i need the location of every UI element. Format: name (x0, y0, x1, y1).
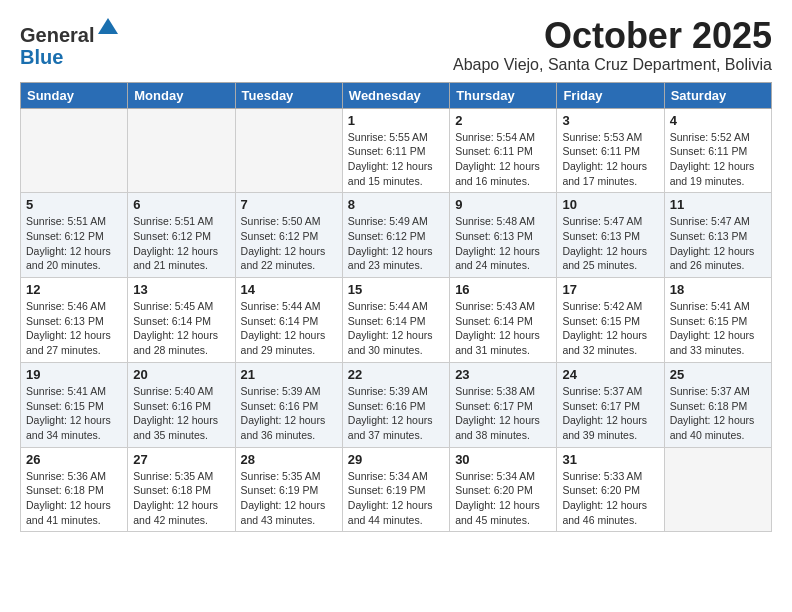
table-row: 24Sunrise: 5:37 AM Sunset: 6:17 PM Dayli… (557, 362, 664, 447)
col-monday: Monday (128, 82, 235, 108)
day-info: Sunrise: 5:51 AM Sunset: 6:12 PM Dayligh… (133, 214, 229, 273)
header: General Blue October 2025 Abapo Viejo, S… (20, 16, 772, 74)
day-info: Sunrise: 5:44 AM Sunset: 6:14 PM Dayligh… (241, 299, 337, 358)
day-number: 25 (670, 367, 766, 382)
table-row: 5Sunrise: 5:51 AM Sunset: 6:12 PM Daylig… (21, 193, 128, 278)
day-info: Sunrise: 5:51 AM Sunset: 6:12 PM Dayligh… (26, 214, 122, 273)
table-row: 17Sunrise: 5:42 AM Sunset: 6:15 PM Dayli… (557, 278, 664, 363)
day-number: 27 (133, 452, 229, 467)
table-row (235, 108, 342, 193)
day-info: Sunrise: 5:35 AM Sunset: 6:19 PM Dayligh… (241, 469, 337, 528)
day-number: 31 (562, 452, 658, 467)
day-info: Sunrise: 5:44 AM Sunset: 6:14 PM Dayligh… (348, 299, 444, 358)
logo-general: General Blue (20, 24, 120, 68)
table-row: 21Sunrise: 5:39 AM Sunset: 6:16 PM Dayli… (235, 362, 342, 447)
table-row (21, 108, 128, 193)
day-info: Sunrise: 5:47 AM Sunset: 6:13 PM Dayligh… (562, 214, 658, 273)
day-info: Sunrise: 5:54 AM Sunset: 6:11 PM Dayligh… (455, 130, 551, 189)
table-row (128, 108, 235, 193)
day-info: Sunrise: 5:37 AM Sunset: 6:17 PM Dayligh… (562, 384, 658, 443)
location-title: Abapo Viejo, Santa Cruz Department, Boli… (453, 56, 772, 74)
table-row: 30Sunrise: 5:34 AM Sunset: 6:20 PM Dayli… (450, 447, 557, 532)
calendar-header-row: Sunday Monday Tuesday Wednesday Thursday… (21, 82, 772, 108)
table-row: 28Sunrise: 5:35 AM Sunset: 6:19 PM Dayli… (235, 447, 342, 532)
day-number: 14 (241, 282, 337, 297)
day-number: 28 (241, 452, 337, 467)
day-info: Sunrise: 5:33 AM Sunset: 6:20 PM Dayligh… (562, 469, 658, 528)
day-info: Sunrise: 5:39 AM Sunset: 6:16 PM Dayligh… (348, 384, 444, 443)
day-number: 10 (562, 197, 658, 212)
table-row: 22Sunrise: 5:39 AM Sunset: 6:16 PM Dayli… (342, 362, 449, 447)
day-info: Sunrise: 5:39 AM Sunset: 6:16 PM Dayligh… (241, 384, 337, 443)
day-number: 26 (26, 452, 122, 467)
day-info: Sunrise: 5:52 AM Sunset: 6:11 PM Dayligh… (670, 130, 766, 189)
calendar-row: 26Sunrise: 5:36 AM Sunset: 6:18 PM Dayli… (21, 447, 772, 532)
calendar-row: 5Sunrise: 5:51 AM Sunset: 6:12 PM Daylig… (21, 193, 772, 278)
day-info: Sunrise: 5:45 AM Sunset: 6:14 PM Dayligh… (133, 299, 229, 358)
day-info: Sunrise: 5:46 AM Sunset: 6:13 PM Dayligh… (26, 299, 122, 358)
day-number: 22 (348, 367, 444, 382)
day-info: Sunrise: 5:37 AM Sunset: 6:18 PM Dayligh… (670, 384, 766, 443)
calendar-row: 12Sunrise: 5:46 AM Sunset: 6:13 PM Dayli… (21, 278, 772, 363)
day-number: 21 (241, 367, 337, 382)
day-number: 2 (455, 113, 551, 128)
table-row: 9Sunrise: 5:48 AM Sunset: 6:13 PM Daylig… (450, 193, 557, 278)
day-info: Sunrise: 5:49 AM Sunset: 6:12 PM Dayligh… (348, 214, 444, 273)
table-row: 15Sunrise: 5:44 AM Sunset: 6:14 PM Dayli… (342, 278, 449, 363)
table-row: 1Sunrise: 5:55 AM Sunset: 6:11 PM Daylig… (342, 108, 449, 193)
table-row: 16Sunrise: 5:43 AM Sunset: 6:14 PM Dayli… (450, 278, 557, 363)
day-info: Sunrise: 5:50 AM Sunset: 6:12 PM Dayligh… (241, 214, 337, 273)
page: General Blue October 2025 Abapo Viejo, S… (0, 0, 792, 548)
table-row: 27Sunrise: 5:35 AM Sunset: 6:18 PM Dayli… (128, 447, 235, 532)
calendar-table: Sunday Monday Tuesday Wednesday Thursday… (20, 82, 772, 533)
day-info: Sunrise: 5:35 AM Sunset: 6:18 PM Dayligh… (133, 469, 229, 528)
day-number: 13 (133, 282, 229, 297)
table-row: 7Sunrise: 5:50 AM Sunset: 6:12 PM Daylig… (235, 193, 342, 278)
svg-marker-0 (98, 18, 118, 34)
col-friday: Friday (557, 82, 664, 108)
table-row: 2Sunrise: 5:54 AM Sunset: 6:11 PM Daylig… (450, 108, 557, 193)
table-row: 23Sunrise: 5:38 AM Sunset: 6:17 PM Dayli… (450, 362, 557, 447)
day-number: 29 (348, 452, 444, 467)
day-info: Sunrise: 5:48 AM Sunset: 6:13 PM Dayligh… (455, 214, 551, 273)
day-info: Sunrise: 5:41 AM Sunset: 6:15 PM Dayligh… (670, 299, 766, 358)
day-info: Sunrise: 5:41 AM Sunset: 6:15 PM Dayligh… (26, 384, 122, 443)
table-row: 11Sunrise: 5:47 AM Sunset: 6:13 PM Dayli… (664, 193, 771, 278)
day-number: 30 (455, 452, 551, 467)
title-block: October 2025 Abapo Viejo, Santa Cruz Dep… (453, 16, 772, 74)
table-row: 13Sunrise: 5:45 AM Sunset: 6:14 PM Dayli… (128, 278, 235, 363)
col-thursday: Thursday (450, 82, 557, 108)
day-number: 19 (26, 367, 122, 382)
day-number: 15 (348, 282, 444, 297)
table-row: 14Sunrise: 5:44 AM Sunset: 6:14 PM Dayli… (235, 278, 342, 363)
day-number: 11 (670, 197, 766, 212)
table-row: 10Sunrise: 5:47 AM Sunset: 6:13 PM Dayli… (557, 193, 664, 278)
day-info: Sunrise: 5:36 AM Sunset: 6:18 PM Dayligh… (26, 469, 122, 528)
day-number: 20 (133, 367, 229, 382)
day-info: Sunrise: 5:34 AM Sunset: 6:19 PM Dayligh… (348, 469, 444, 528)
day-number: 4 (670, 113, 766, 128)
table-row: 6Sunrise: 5:51 AM Sunset: 6:12 PM Daylig… (128, 193, 235, 278)
table-row: 20Sunrise: 5:40 AM Sunset: 6:16 PM Dayli… (128, 362, 235, 447)
table-row: 29Sunrise: 5:34 AM Sunset: 6:19 PM Dayli… (342, 447, 449, 532)
day-number: 12 (26, 282, 122, 297)
table-row: 19Sunrise: 5:41 AM Sunset: 6:15 PM Dayli… (21, 362, 128, 447)
month-title: October 2025 (453, 16, 772, 56)
day-number: 5 (26, 197, 122, 212)
day-number: 6 (133, 197, 229, 212)
day-info: Sunrise: 5:55 AM Sunset: 6:11 PM Dayligh… (348, 130, 444, 189)
day-info: Sunrise: 5:38 AM Sunset: 6:17 PM Dayligh… (455, 384, 551, 443)
logo: General Blue (20, 16, 120, 68)
logo-icon (96, 16, 120, 40)
day-info: Sunrise: 5:34 AM Sunset: 6:20 PM Dayligh… (455, 469, 551, 528)
calendar-row: 1Sunrise: 5:55 AM Sunset: 6:11 PM Daylig… (21, 108, 772, 193)
table-row: 18Sunrise: 5:41 AM Sunset: 6:15 PM Dayli… (664, 278, 771, 363)
col-sunday: Sunday (21, 82, 128, 108)
table-row: 31Sunrise: 5:33 AM Sunset: 6:20 PM Dayli… (557, 447, 664, 532)
day-number: 18 (670, 282, 766, 297)
day-info: Sunrise: 5:53 AM Sunset: 6:11 PM Dayligh… (562, 130, 658, 189)
day-info: Sunrise: 5:43 AM Sunset: 6:14 PM Dayligh… (455, 299, 551, 358)
day-number: 1 (348, 113, 444, 128)
day-number: 8 (348, 197, 444, 212)
col-saturday: Saturday (664, 82, 771, 108)
